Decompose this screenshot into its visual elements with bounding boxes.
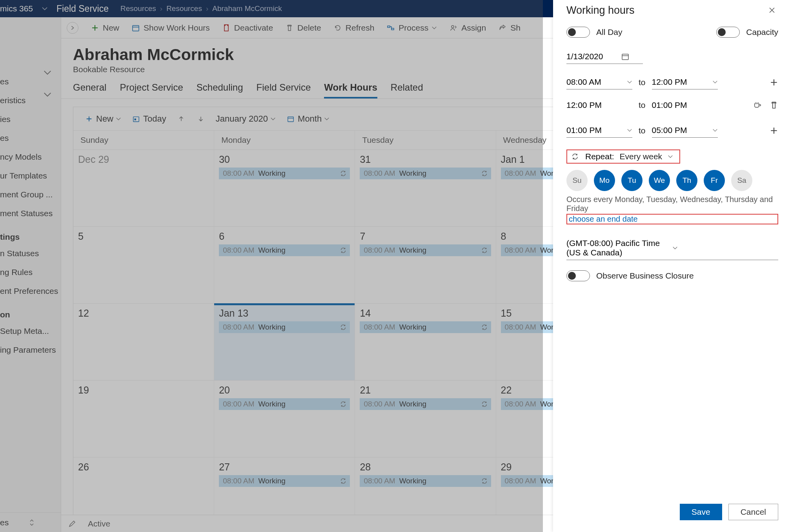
new-button[interactable]: New [90, 23, 119, 33]
cal-prev-button[interactable] [173, 113, 189, 125]
nav-item[interactable]: ment Statuses [0, 204, 61, 223]
repeat-picker[interactable]: Repeat: Every week [566, 149, 680, 164]
calendar-cell[interactable]: 3108:00 AMWorking [355, 149, 496, 226]
add-slot-button[interactable] [770, 126, 778, 135]
crumb-1[interactable]: Resources [166, 4, 202, 13]
nav-item[interactable]: ncy Models [0, 148, 61, 166]
calendar-event[interactable]: 08:00 AMWorking [360, 244, 491, 256]
calendar-cell[interactable]: 708:00 AMWorking [355, 226, 496, 303]
calendar-event[interactable]: 08:00 AMWorking [219, 168, 350, 179]
end-time-field[interactable] [652, 123, 718, 138]
nav-item[interactable]: ng Rules [0, 263, 61, 282]
dow-su[interactable]: Su [566, 170, 588, 191]
start-time-input[interactable] [566, 100, 617, 110]
calendar-cell[interactable]: 1408:00 AMWorking [355, 303, 496, 380]
calendar-cell[interactable]: 19 [73, 380, 214, 457]
add-slot-button[interactable] [770, 78, 778, 87]
timezone-picker[interactable]: (GMT-08:00) Pacific Time (US & Canada) [566, 236, 778, 260]
calendar-event[interactable]: 08:00 AMWorking [360, 398, 491, 410]
crumb-0[interactable]: Resources [120, 4, 156, 13]
end-time-field[interactable] [652, 75, 718, 89]
time-slot-row: to [566, 98, 778, 112]
cal-today-button[interactable]: Today [128, 112, 169, 126]
observe-closure-toggle[interactable] [566, 270, 590, 281]
start-time-field[interactable] [566, 123, 632, 138]
nav-item[interactable]: ment Group ... [0, 185, 61, 204]
tab-field-service[interactable]: Field Service [257, 82, 311, 98]
end-time-input[interactable] [652, 77, 703, 87]
calendar-event[interactable]: 08:00 AMWorking [360, 475, 491, 487]
cal-next-button[interactable] [193, 113, 209, 125]
nav-item[interactable]: es [0, 129, 61, 148]
calendar-event[interactable]: 08:00 AMWorking [219, 321, 350, 333]
start-time-field[interactable] [566, 98, 632, 112]
dow-we[interactable]: We [649, 170, 670, 191]
calendar-event[interactable]: 08:00 AMWorking [360, 168, 491, 179]
cal-range-label: January 2020 [216, 114, 268, 124]
start-time-field[interactable] [566, 75, 632, 89]
calendar-cell[interactable]: 12 [73, 303, 214, 380]
dow-sa[interactable]: Sa [731, 170, 752, 191]
delete-slot-button[interactable] [770, 101, 778, 109]
tab-scheduling[interactable]: Scheduling [197, 82, 243, 98]
delete-button[interactable]: Delete [285, 23, 321, 33]
calendar-event[interactable]: 08:00 AMWorking [219, 398, 350, 410]
cal-range-picker[interactable]: January 2020 [213, 112, 279, 126]
end-time-input[interactable] [652, 126, 703, 135]
cancel-button[interactable]: Cancel [728, 504, 778, 520]
calendar-cell[interactable]: Dec 29 [73, 149, 214, 226]
tab-general[interactable]: General [73, 82, 106, 98]
app-dropdown-icon[interactable] [42, 5, 48, 12]
start-time-input[interactable] [566, 77, 617, 87]
end-time-input[interactable] [652, 100, 703, 110]
nav-item[interactable]: n Statuses [0, 244, 61, 263]
nav-item[interactable]: ing Parameters [0, 341, 61, 359]
nav-area-switcher[interactable]: es [0, 512, 61, 532]
dow-th[interactable]: Th [676, 170, 697, 191]
all-day-toggle[interactable] [566, 27, 590, 38]
nav-item[interactable]: Setup Meta... [0, 322, 61, 341]
calendar-cell[interactable]: 2108:00 AMWorking [355, 380, 496, 457]
end-time-field[interactable] [652, 98, 718, 112]
nav-item[interactable]: ent Preferences [0, 282, 61, 301]
break-icon[interactable] [753, 101, 762, 109]
calendar-cell[interactable]: 5 [73, 226, 214, 303]
calendar-event[interactable]: 08:00 AMWorking [360, 321, 491, 333]
tab-work-hours[interactable]: Work Hours [324, 82, 377, 98]
calendar-cell[interactable]: 3008:00 AMWorking [214, 149, 355, 226]
dow-fr[interactable]: Fr [704, 170, 725, 191]
nav-item[interactable]: ies [0, 110, 61, 129]
tab-project-service[interactable]: Project Service [120, 82, 183, 98]
chevron-down-icon[interactable] [43, 68, 52, 77]
go-back-button[interactable] [67, 22, 78, 34]
calendar-event[interactable]: 08:00 AMWorking [219, 244, 350, 256]
repeat-icon [570, 152, 580, 161]
crumb-2[interactable]: Abraham McCormick [212, 4, 282, 13]
calendar-cell[interactable]: 608:00 AMWorking [214, 226, 355, 303]
share-button[interactable]: Sh [498, 23, 521, 33]
assign-button[interactable]: Assign [449, 23, 486, 33]
deactivate-button[interactable]: Deactivate [222, 23, 273, 33]
calendar-icon[interactable] [621, 53, 629, 60]
dow-mo[interactable]: Mo [594, 170, 615, 191]
cal-view-picker[interactable]: Month [283, 112, 333, 126]
tab-related[interactable]: Related [391, 82, 423, 98]
choose-end-date-link[interactable]: choose an end date [566, 214, 778, 224]
close-button[interactable] [766, 4, 778, 16]
start-time-input[interactable] [566, 126, 617, 135]
calendar-cell[interactable]: 2008:00 AMWorking [214, 380, 355, 457]
nav-item[interactable]: ur Templates [0, 166, 61, 185]
dow-tu[interactable]: Tu [621, 170, 643, 191]
date-field[interactable] [566, 49, 643, 64]
edit-icon[interactable] [68, 520, 76, 528]
calendar-cell[interactable]: Jan 1308:00 AMWorking [214, 303, 355, 380]
show-work-hours-button[interactable]: Show Work Hours [131, 23, 210, 33]
save-button[interactable]: Save [680, 504, 722, 520]
process-button[interactable]: Process [386, 23, 437, 33]
chevron-down-icon[interactable] [43, 90, 52, 99]
calendar-event[interactable]: 08:00 AMWorking [219, 475, 350, 487]
date-input[interactable] [566, 52, 621, 61]
capacity-toggle[interactable] [716, 27, 740, 38]
cal-new-button[interactable]: New [81, 112, 124, 126]
refresh-button[interactable]: Refresh [333, 23, 375, 33]
